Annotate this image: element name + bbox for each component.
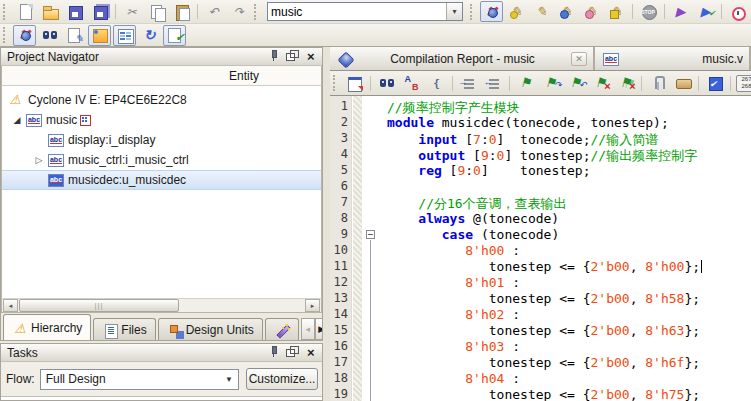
entity-column-header[interactable]: Entity bbox=[1, 66, 322, 86]
replace-button[interactable] bbox=[400, 73, 423, 94]
save-all-button[interactable] bbox=[88, 1, 111, 22]
start-compilation-button[interactable] bbox=[13, 25, 36, 46]
collapse-arrow-icon[interactable]: ◢ bbox=[10, 115, 24, 125]
customize-button[interactable]: Customize... bbox=[246, 368, 318, 390]
chevron-down-icon[interactable]: ▾ bbox=[446, 3, 462, 20]
toolbar-grip[interactable] bbox=[470, 4, 475, 20]
horizontal-scrollbar[interactable]: ◂ ||| ▸ bbox=[1, 298, 322, 313]
panel-splitter[interactable] bbox=[323, 47, 330, 401]
start-analysis-button[interactable] bbox=[669, 1, 692, 22]
scroll-left-button[interactable]: ◂ bbox=[3, 299, 18, 312]
scroll-right-button[interactable]: ▸ bbox=[305, 299, 320, 312]
attach-button[interactable] bbox=[646, 73, 669, 94]
pin-planner-icon bbox=[583, 3, 601, 21]
open-file-button[interactable] bbox=[38, 1, 61, 22]
close-button[interactable] bbox=[303, 50, 318, 64]
scrollbar-thumb[interactable]: ||| bbox=[19, 299, 179, 312]
line-number: 2 bbox=[330, 115, 352, 131]
find-project-icon bbox=[41, 26, 59, 44]
bookmark-next-button[interactable] bbox=[539, 73, 562, 94]
bookmark-button[interactable] bbox=[514, 73, 537, 94]
cut-button[interactable]: ✂ bbox=[120, 1, 143, 22]
line-indicator-button[interactable]: 267268 bbox=[735, 73, 751, 94]
document-tab-2[interactable]: music.v bbox=[595, 47, 751, 70]
pin-planner-button[interactable] bbox=[580, 1, 603, 22]
float-button[interactable] bbox=[285, 50, 300, 64]
fold-collapse-button[interactable]: − bbox=[366, 230, 375, 239]
script-button[interactable] bbox=[671, 73, 694, 94]
redo-button[interactable]: ↷ bbox=[227, 1, 250, 22]
analyze-current-icon bbox=[706, 74, 724, 92]
start-elaboration-button[interactable] bbox=[694, 1, 717, 22]
pin-button[interactable] bbox=[267, 50, 282, 64]
line-number: 14 bbox=[330, 307, 352, 323]
bookmark-clear-all-button[interactable] bbox=[614, 73, 637, 94]
code-editor[interactable]: 1//频率控制字产生模块2module musicdec(tonecode, t… bbox=[330, 96, 751, 401]
tree-item-display[interactable]: display:i_display bbox=[2, 130, 321, 150]
indent-button[interactable] bbox=[457, 73, 480, 94]
find-project-button[interactable] bbox=[38, 25, 61, 46]
assignment-note-button[interactable] bbox=[88, 25, 111, 46]
tree-item-musicdec[interactable]: musicdec:u_musicdec bbox=[2, 170, 321, 190]
settings-button[interactable] bbox=[113, 25, 136, 46]
toolbar-grip[interactable] bbox=[333, 75, 338, 91]
search-input[interactable] bbox=[268, 4, 446, 19]
tab-label: Design Units bbox=[186, 323, 254, 337]
timing-analyzer-button[interactable] bbox=[726, 1, 749, 22]
analyze-current-button[interactable] bbox=[703, 73, 726, 94]
tab-wand[interactable] bbox=[265, 318, 299, 340]
hierarchy-tree[interactable]: Cyclone IV E: EP4CE6E22C8◢musicdisplay:i… bbox=[1, 86, 322, 298]
float-window-icon bbox=[284, 344, 302, 362]
close-tab-button[interactable]: ✕ bbox=[571, 52, 587, 66]
tabs-scroll-left-button[interactable]: ◂ bbox=[301, 318, 315, 340]
code-line: 6 bbox=[330, 179, 751, 195]
code-text: 8'h04 : bbox=[380, 371, 751, 387]
toolbar-grip[interactable] bbox=[254, 4, 259, 20]
chip-planner-button[interactable] bbox=[605, 1, 628, 22]
save-button[interactable] bbox=[63, 1, 86, 22]
new-file-button[interactable] bbox=[13, 1, 36, 22]
unindent-button[interactable] bbox=[482, 73, 505, 94]
copy-button[interactable] bbox=[145, 1, 168, 22]
close-button[interactable] bbox=[303, 346, 318, 360]
flow-select[interactable]: Full Design ▼ bbox=[40, 369, 239, 390]
tree-item-music_ctrl[interactable]: ▷music_ctrl:i_music_ctrl bbox=[2, 150, 321, 170]
warning-icon bbox=[12, 320, 28, 336]
paste-button[interactable] bbox=[170, 1, 193, 22]
column-header-label: Entity bbox=[229, 69, 259, 83]
bookmark-clear-button[interactable] bbox=[589, 73, 612, 94]
bookmark-prev-button[interactable] bbox=[564, 73, 587, 94]
pin-button[interactable] bbox=[267, 346, 282, 360]
tab-design-units[interactable]: Design Units bbox=[158, 318, 263, 340]
new-assignment-button[interactable] bbox=[505, 1, 528, 22]
code-line: 15 tonestep <= {2'b00, 8'h63}; bbox=[330, 323, 751, 339]
assignment-editor-button[interactable] bbox=[555, 1, 578, 22]
float-button[interactable] bbox=[285, 346, 300, 360]
tree-item-Cyclone IV E[interactable]: Cyclone IV E: EP4CE6E22C8 bbox=[2, 90, 321, 110]
tree-item-music[interactable]: ◢music bbox=[2, 110, 321, 130]
code-text: 8'h02 : bbox=[380, 307, 751, 323]
stop-processing-button[interactable] bbox=[637, 1, 660, 22]
entity-search-combobox[interactable]: ▾ bbox=[267, 2, 463, 21]
fold-margin-cell bbox=[362, 275, 380, 291]
start-compilation-icon bbox=[16, 26, 34, 44]
analyze-file-button[interactable] bbox=[163, 25, 186, 46]
compile-design-button[interactable] bbox=[480, 1, 503, 22]
document-tab-1[interactable]: Compilation Report - music✕ bbox=[330, 47, 595, 70]
expand-arrow-icon[interactable]: ▷ bbox=[32, 155, 46, 165]
selection-margin-cell bbox=[352, 147, 362, 163]
tab-hierarchy[interactable]: Hierarchy bbox=[3, 314, 91, 340]
fold-margin-cell bbox=[362, 259, 380, 275]
toolbar-grip[interactable] bbox=[3, 4, 8, 20]
find-button[interactable] bbox=[375, 73, 398, 94]
edit-assignment-button[interactable] bbox=[530, 1, 553, 22]
open-in-main-button[interactable] bbox=[343, 73, 366, 94]
text-editor-button[interactable] bbox=[63, 25, 86, 46]
tab-files[interactable]: Files bbox=[93, 318, 155, 340]
tabs-scroll-right-button[interactable]: ▶ bbox=[315, 318, 322, 340]
refresh-button[interactable] bbox=[138, 25, 161, 46]
undo-button[interactable]: ↶ bbox=[202, 1, 225, 22]
toolbar-grip[interactable] bbox=[3, 27, 8, 43]
flow-select-value: Full Design bbox=[46, 372, 106, 386]
match-brace-button[interactable] bbox=[425, 73, 448, 94]
